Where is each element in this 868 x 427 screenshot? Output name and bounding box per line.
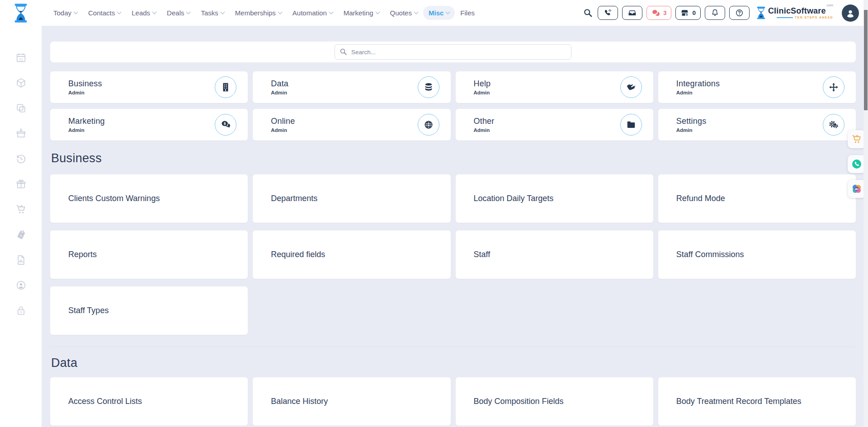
section-card-location-daily-targets[interactable]: Location Daily Targets [456, 174, 653, 223]
lock-icon [15, 305, 27, 316]
nav-item-tasks[interactable]: Tasks [195, 6, 229, 20]
category-subtitle: Admin [271, 90, 417, 95]
section-card-departments[interactable]: Departments [253, 174, 450, 223]
section-card-balance-history[interactable]: Balance History [253, 377, 450, 426]
nav-item-today[interactable]: Today [48, 6, 83, 20]
scrollbar-thumb[interactable] [864, 10, 868, 110]
search-input[interactable] [335, 44, 571, 60]
nav-item-memberships[interactable]: Memberships [230, 6, 287, 20]
badge-count: 3 [663, 9, 667, 16]
floating-button-ai-assistant[interactable]: AI [848, 180, 866, 198]
category-icon-circle [418, 114, 439, 136]
brand-tagline: TEN STEPS AHEAD [777, 16, 833, 19]
section-card-body-treatment-record-templates[interactable]: Body Treatment Record Templates [658, 377, 856, 426]
sidebar-item[interactable]: $ [0, 222, 42, 247]
section-card-clients-custom-warnings[interactable]: Clients Custom Warnings [50, 174, 248, 223]
nav-item-label: Misc [429, 9, 443, 17]
nav-item-misc[interactable]: Misc [423, 6, 455, 20]
chevron-down-icon [220, 10, 225, 14]
clinicsoftware-logo[interactable]: ClinicSoftware.com TEN STEPS AHEAD [756, 6, 833, 19]
nav-item-marketing[interactable]: Marketing [338, 6, 385, 20]
sidebar-item[interactable] [0, 247, 42, 272]
sidebar-item[interactable] [0, 95, 42, 121]
category-card-settings[interactable]: Settings Admin [658, 109, 856, 141]
database-icon [424, 82, 434, 92]
global-search-button[interactable] [583, 8, 593, 18]
category-card-other[interactable]: Other Admin [456, 109, 653, 141]
category-title: Settings [676, 117, 823, 126]
sidebar-item[interactable] [0, 197, 42, 222]
action-button-chat[interactable]: 3 [646, 6, 672, 20]
action-button-calls[interactable] [598, 6, 618, 20]
nav-item-automation[interactable]: Automation [287, 6, 338, 20]
nav-item-deals[interactable]: Deals [161, 6, 195, 20]
section-card-refund-mode[interactable]: Refund Mode [658, 174, 856, 223]
floating-shortcuts: AI [848, 130, 866, 198]
chevron-down-icon [186, 10, 191, 14]
category-card-marketing[interactable]: Marketing Admin $ [50, 109, 248, 141]
nav-item-label: Files [460, 9, 475, 17]
category-card-data[interactable]: Data Admin [253, 71, 450, 103]
nav-item-contacts[interactable]: Contacts [83, 6, 126, 20]
nav-item-label: Contacts [88, 9, 115, 17]
nav-item-label: Deals [167, 9, 184, 17]
category-subtitle: Admin [68, 127, 215, 133]
section-card-required-fields[interactable]: Required fields [253, 230, 450, 279]
header-action-buttons: 3 0 [598, 6, 750, 20]
category-icon-circle [823, 114, 844, 136]
phone-volume-icon [604, 9, 612, 17]
user-icon [845, 8, 856, 19]
sidebar-item[interactable] [0, 272, 42, 298]
floating-button-whatsapp[interactable] [848, 155, 866, 173]
action-button-shop[interactable]: 0 [675, 6, 701, 20]
section-card-staff[interactable]: Staff [456, 230, 653, 279]
nav-item-label: Quotes [390, 9, 412, 17]
floating-button-cart[interactable] [848, 130, 866, 148]
action-button-notifications[interactable] [705, 6, 725, 20]
section-card-reports[interactable]: Reports [50, 230, 248, 279]
action-button-help[interactable] [729, 6, 750, 20]
price-tag-icon: $ [15, 229, 27, 240]
sidebar-item[interactable] [0, 146, 42, 171]
search-icon [340, 48, 347, 56]
section-card-label: Refund Mode [676, 194, 725, 203]
nav-item-leads[interactable]: Leads [126, 6, 161, 20]
category-card-business[interactable]: Business Admin [50, 71, 248, 103]
gift-icon [15, 178, 27, 190]
section-card-staff-commissions[interactable]: Staff Commissions [658, 230, 856, 279]
history-icon [15, 153, 27, 164]
category-icon-circle: $ [215, 114, 236, 136]
nav-item-files[interactable]: Files [455, 6, 480, 20]
sidebar-item[interactable] [0, 298, 42, 323]
category-card-online[interactable]: Online Admin [253, 109, 450, 141]
nav-item-quotes[interactable]: Quotes [385, 6, 423, 20]
cart-icon [15, 204, 27, 215]
section-card-label: Clients Custom Warnings [68, 194, 160, 203]
main-nav: Today Contacts Leads Deals Tasks [48, 6, 480, 20]
app-logo[interactable] [0, 3, 42, 23]
category-icon-circle [620, 76, 642, 98]
section-card-access-control-lists[interactable]: Access Control Lists [50, 377, 248, 426]
hourglass-logo-icon [756, 6, 766, 19]
comments-icon [651, 9, 660, 17]
action-button-inbox[interactable] [622, 6, 642, 20]
category-subtitle: Admin [271, 127, 417, 133]
category-card-integrations[interactable]: Integrations Admin [658, 71, 856, 103]
section-card-staff-types[interactable]: Staff Types [50, 286, 248, 335]
category-title: Data [271, 79, 417, 89]
sidebar-item[interactable] [0, 171, 42, 197]
sidebar-item[interactable]: 12 [0, 45, 42, 70]
nav-item-label: Marketing [344, 9, 373, 17]
nav-item-label: Automation [292, 9, 327, 17]
category-subtitle: Admin [474, 90, 620, 95]
sidebar-item[interactable] [0, 121, 42, 146]
ai-badge-icon: AI [851, 183, 862, 194]
top-navigation-bar: Today Contacts Leads Deals Tasks [0, 0, 868, 26]
avatar[interactable] [842, 5, 859, 22]
sidebar-item[interactable] [0, 70, 42, 95]
calendar-icon: 12 [15, 52, 27, 63]
section-card-body-composition-fields[interactable]: Body Composition Fields [456, 377, 653, 426]
category-subtitle: Admin [68, 90, 215, 95]
category-card-help[interactable]: Help Admin [456, 71, 653, 103]
user-circle-icon [15, 280, 27, 291]
